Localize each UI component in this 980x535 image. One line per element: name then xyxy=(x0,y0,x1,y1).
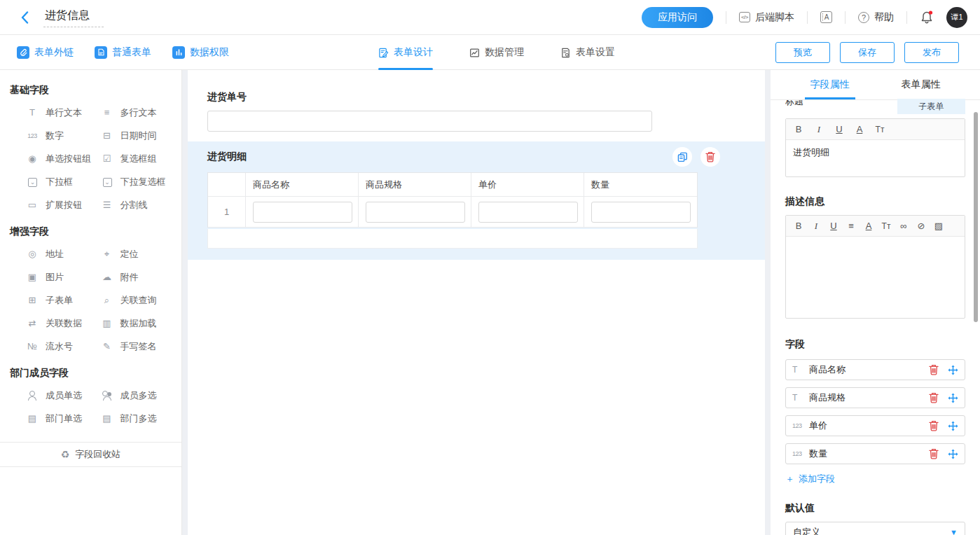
add-field-button[interactable]: ＋ 添加字段 xyxy=(785,473,835,485)
field-item-dept-multi[interactable]: ▤ 部门多选 xyxy=(100,412,175,425)
field-item-radio-group[interactable]: ◉ 单选按钮组 xyxy=(25,153,100,165)
italic-icon[interactable]: I xyxy=(811,221,821,232)
italic-icon[interactable]: I xyxy=(814,124,824,135)
delete-field-icon[interactable] xyxy=(929,420,939,431)
field-row-product-spec[interactable]: T 商品规格 xyxy=(785,387,965,408)
field-item-linked-data[interactable]: ⇄ 关联数据 xyxy=(25,317,100,330)
save-button[interactable]: 保存 xyxy=(840,42,895,63)
field-item-image[interactable]: ▣ 图片 xyxy=(25,271,100,284)
bold-icon[interactable]: B xyxy=(794,124,803,134)
font-size-icon[interactable]: Tᴛ xyxy=(881,221,891,231)
title-editor-content[interactable]: 进货明细 xyxy=(786,140,965,176)
field-item-number[interactable]: 123 数字 xyxy=(25,130,100,142)
bold-icon[interactable]: B xyxy=(794,221,803,231)
field-item-linked-query[interactable]: ⌕ 关联查询 xyxy=(100,294,175,307)
font-color-icon[interactable]: A xyxy=(864,221,874,231)
panel-scrollbar[interactable] xyxy=(974,112,978,322)
field-item-checkbox-group[interactable]: ☑ 复选框组 xyxy=(100,153,175,165)
text-field-icon: T xyxy=(792,365,809,375)
move-field-icon[interactable] xyxy=(948,393,958,403)
preview-button[interactable]: 预览 xyxy=(775,42,830,63)
back-button[interactable] xyxy=(17,10,32,25)
move-field-icon[interactable] xyxy=(948,365,958,375)
field-item-serial-number[interactable]: № 流水号 xyxy=(25,340,100,353)
field-order-number[interactable]: 进货单号 xyxy=(188,70,765,132)
delete-subform-button[interactable] xyxy=(701,147,720,167)
link-icon[interactable]: ∞ xyxy=(899,221,909,231)
move-field-icon[interactable] xyxy=(948,449,958,459)
field-row-label: 商品规格 xyxy=(809,391,929,404)
divider xyxy=(906,11,907,24)
field-item-location[interactable]: ⌖ 定位 xyxy=(100,248,175,260)
field-item-data-load[interactable]: ▥ 数据加载 xyxy=(100,317,175,330)
order-number-input[interactable] xyxy=(207,111,652,132)
unlink-icon[interactable]: ⊘ xyxy=(916,221,926,231)
tab-data-manage[interactable]: 数据管理 xyxy=(469,35,524,70)
tab-field-properties[interactable]: 字段属性 xyxy=(806,70,854,99)
avatar[interactable]: 谭1 xyxy=(946,7,967,28)
delete-field-icon[interactable] xyxy=(929,392,939,403)
field-item-extend-button[interactable]: ▭ 扩展按钮 xyxy=(25,199,100,211)
underline-icon[interactable]: U xyxy=(829,221,838,231)
data-permission-button[interactable]: 数据权限 xyxy=(172,46,229,59)
field-item-member-multi[interactable]: 成员多选 xyxy=(100,389,175,402)
number-field-icon: 123 xyxy=(792,422,809,429)
help-label: 帮助 xyxy=(874,11,894,24)
field-item-label: 单选按钮组 xyxy=(46,153,91,165)
radio-group-icon: ◉ xyxy=(25,154,39,164)
field-item-divider-line[interactable]: ☰ 分割线 xyxy=(100,199,175,211)
field-row-product-name[interactable]: T 商品名称 xyxy=(785,359,965,380)
field-recycle-bin-button[interactable]: ♻ 字段回收站 xyxy=(0,442,181,467)
org-directory-button[interactable]: A xyxy=(820,11,832,23)
font-color-icon[interactable]: A xyxy=(855,124,864,134)
field-item-attachment[interactable]: ☁ 附件 xyxy=(100,271,175,284)
divider xyxy=(845,11,846,24)
tab-form-settings[interactable]: 表单设置 xyxy=(560,35,615,70)
cell-input-product-name[interactable] xyxy=(253,202,352,223)
data-permission-label: 数据权限 xyxy=(190,46,229,59)
field-item-dept-single[interactable]: ▤ 部门单选 xyxy=(25,412,100,425)
notification-bell-button[interactable] xyxy=(920,10,934,25)
multi-line-text-icon: ≡ xyxy=(100,108,114,118)
bell-icon xyxy=(920,10,934,25)
align-icon[interactable]: ≡ xyxy=(846,221,856,231)
underline-icon[interactable]: U xyxy=(834,124,844,134)
cell-input-unit-price[interactable] xyxy=(478,202,578,223)
insert-image-icon[interactable]: ▨ xyxy=(934,221,944,231)
subform-purchase-detail-selected[interactable]: 进货明细 xyxy=(188,141,765,260)
delete-field-icon[interactable] xyxy=(929,364,939,375)
field-item-subform[interactable]: ⊞ 子表单 xyxy=(25,294,100,307)
field-item-address[interactable]: ◎ 地址 xyxy=(25,248,100,260)
tab-form-design[interactable]: 表单设计 xyxy=(378,35,433,70)
field-item-dropdown[interactable]: ⌄ 下拉框 xyxy=(25,176,100,188)
field-item-datetime[interactable]: ⊟ 日期时间 xyxy=(100,130,175,142)
tab-form-properties[interactable]: 表单属性 xyxy=(897,70,945,99)
recycle-icon: ♻ xyxy=(61,449,70,460)
field-item-single-line-text[interactable]: T 单行文本 xyxy=(25,106,100,119)
field-item-multi-line-text[interactable]: ≡ 多行文本 xyxy=(100,106,175,119)
normal-form-button[interactable]: 普通表单 xyxy=(95,46,151,59)
field-item-signature[interactable]: ✎ 手写签名 xyxy=(100,340,175,353)
duplicate-subform-button[interactable] xyxy=(672,147,692,167)
delete-field-icon[interactable] xyxy=(929,448,939,459)
default-value-select[interactable]: 自定义 ▼ xyxy=(785,522,965,535)
form-external-link-button[interactable]: 表单外链 xyxy=(17,46,74,59)
column-header: 商品名称 xyxy=(246,173,359,197)
field-row-label: 数量 xyxy=(809,447,929,460)
form-title-input[interactable]: 进货信息 xyxy=(43,7,104,27)
field-item-dropdown-multi[interactable]: ⌄ 下拉复选框 xyxy=(100,176,175,188)
field-row-quantity[interactable]: 123 数量 xyxy=(785,443,965,464)
cell-input-product-spec[interactable] xyxy=(366,202,465,223)
field-item-member-single[interactable]: 成员单选 xyxy=(25,389,100,402)
attachment-icon: ☁ xyxy=(100,272,114,282)
description-editor-content[interactable] xyxy=(786,237,965,318)
backend-script-button[interactable]: </> 后端脚本 xyxy=(739,11,794,24)
publish-button[interactable]: 发布 xyxy=(904,42,959,63)
move-field-icon[interactable] xyxy=(948,421,958,431)
help-button[interactable]: ? 帮助 xyxy=(858,11,894,24)
field-row-unit-price[interactable]: 123 单价 xyxy=(785,415,965,436)
font-size-icon[interactable]: Tᴛ xyxy=(875,125,885,134)
cell-input-quantity[interactable] xyxy=(591,202,691,223)
default-value-label: 默认值 xyxy=(785,502,965,515)
app-access-button[interactable]: 应用访问 xyxy=(642,7,713,28)
